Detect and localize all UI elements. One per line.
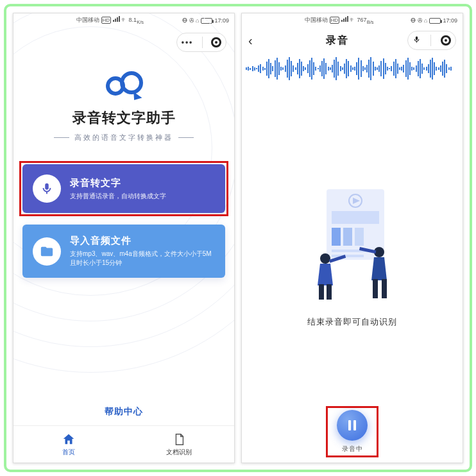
close-target-icon[interactable] [211, 37, 221, 47]
app-subtitle: 高效的语音文字转换神器 [13, 133, 234, 142]
pause-recording-button[interactable] [337, 410, 368, 441]
status-bar: 中国移动 HD ᯤ 8.1K/s ⴱ ✇ ⌂ 17:09 [13, 13, 234, 28]
microphone-icon[interactable] [412, 35, 421, 46]
card-desc: 支持mp3、wav、m4a音频格式，文件大小小于5M且时长小于15分钟 [70, 250, 215, 268]
home-icon [62, 432, 76, 446]
pause-icon [348, 420, 356, 430]
back-button[interactable]: ‹ [248, 33, 268, 48]
document-icon [172, 432, 186, 446]
page-title: 录音 [271, 34, 404, 47]
illustration-caption: 结束录音即可自动识别 [307, 316, 397, 328]
recording-bar: 录音中 [242, 407, 463, 463]
card-desc: 支持普通话录音，自动转换成文字 [70, 192, 166, 201]
record-to-text-card[interactable]: 录音转文字 支持普通话录音，自动转换成文字 [22, 164, 225, 213]
miniprogram-capsule[interactable] [407, 31, 456, 50]
help-center-link[interactable]: 帮助中心 [13, 406, 234, 425]
phone-left-home: 中国移动 HD ᯤ 8.1K/s ⴱ ✇ ⌂ 17:09 ••• 录音转文字助手 [13, 13, 235, 463]
svg-rect-3 [343, 228, 352, 246]
close-target-icon[interactable] [441, 35, 451, 46]
carrier-label: 中国移动 HD ᯤ 8.1K/s [19, 16, 180, 25]
svg-rect-10 [319, 284, 324, 300]
svg-rect-4 [355, 228, 364, 246]
audio-waveform [242, 53, 463, 84]
more-icon[interactable]: ••• [182, 38, 194, 47]
recording-status-label: 录音中 [342, 445, 363, 454]
svg-rect-11 [327, 284, 332, 300]
microphone-icon [33, 174, 61, 203]
import-audio-card[interactable]: 导入音频文件 支持mp3、wav、m4a音频格式，文件大小小于5M且时长小于15… [22, 225, 225, 278]
card-title: 导入音频文件 [70, 235, 215, 247]
page-header: ‹ 录音 [242, 28, 463, 53]
bottom-tab-bar: 首页 文档识别 [13, 425, 234, 463]
signal-icon [113, 16, 120, 22]
card-title: 录音转文字 [70, 177, 166, 189]
tab-doc-scan[interactable]: 文档识别 [124, 426, 234, 463]
battery-icon [201, 18, 212, 24]
svg-rect-14 [373, 279, 378, 298]
svg-rect-8 [332, 255, 364, 257]
svg-rect-1 [332, 211, 379, 224]
app-title: 录音转文字助手 [13, 108, 234, 128]
svg-rect-15 [382, 279, 387, 298]
svg-point-9 [320, 253, 330, 264]
app-logo [105, 71, 143, 102]
illustration: 结束录音即可自动识别 [242, 84, 463, 407]
folder-icon [33, 237, 61, 266]
phone-right-recording: 中国移动 HD ᯤ 767B/s ⴱ ✇ ⌂ 17:09 ‹ 录音 [241, 13, 463, 463]
tab-home[interactable]: 首页 [13, 426, 124, 463]
miniprogram-capsule[interactable]: ••• [176, 33, 226, 52]
svg-rect-2 [332, 228, 341, 246]
status-bar: 中国移动 HD ᯤ 767B/s ⴱ ✇ ⌂ 17:09 [242, 13, 463, 28]
